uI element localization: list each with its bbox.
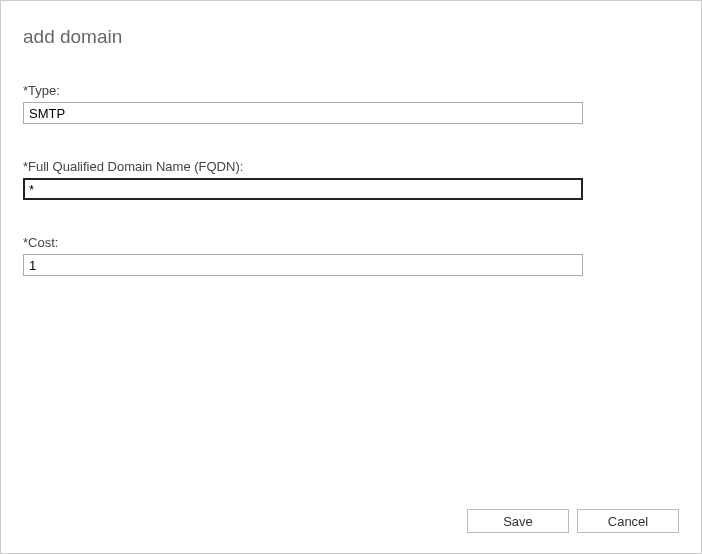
fqdn-label: *Full Qualified Domain Name (FQDN): xyxy=(23,159,679,174)
save-button[interactable]: Save xyxy=(467,509,569,533)
type-field-group: *Type: xyxy=(23,83,679,124)
add-domain-dialog: add domain *Type: *Full Qualified Domain… xyxy=(0,0,702,554)
type-input[interactable] xyxy=(23,102,583,124)
cancel-button[interactable]: Cancel xyxy=(577,509,679,533)
fqdn-field-group: *Full Qualified Domain Name (FQDN): xyxy=(23,159,679,200)
cost-field-group: *Cost: xyxy=(23,235,679,276)
fqdn-input[interactable] xyxy=(23,178,583,200)
button-bar: Save Cancel xyxy=(467,509,679,533)
type-label: *Type: xyxy=(23,83,679,98)
dialog-title: add domain xyxy=(23,26,679,48)
cost-input[interactable] xyxy=(23,254,583,276)
cost-label: *Cost: xyxy=(23,235,679,250)
